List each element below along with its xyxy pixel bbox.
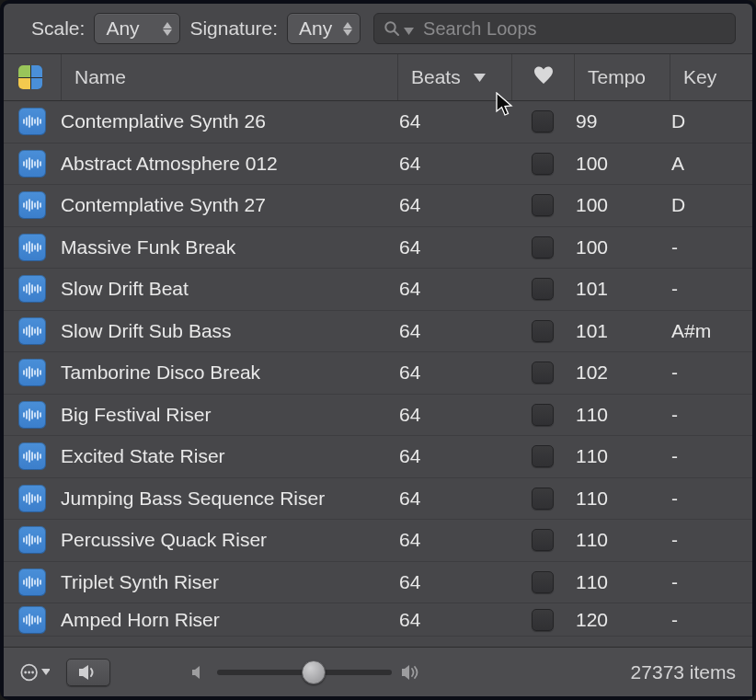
volume-slider[interactable] bbox=[217, 670, 392, 675]
loop-name: Amped Horn Riser bbox=[61, 609, 397, 631]
favorite-cell bbox=[511, 236, 574, 258]
loop-key: A bbox=[670, 153, 752, 175]
table-row[interactable]: Jumping Bass Sequence Riser64110- bbox=[4, 478, 752, 521]
column-header-type[interactable] bbox=[4, 54, 61, 100]
loop-tempo: 102 bbox=[574, 361, 670, 384]
favorite-cell bbox=[511, 153, 574, 175]
favorite-checkbox[interactable] bbox=[532, 320, 554, 342]
loop-key: - bbox=[670, 609, 752, 631]
favorite-checkbox[interactable] bbox=[532, 361, 554, 384]
table-row[interactable]: Tamborine Disco Break64102- bbox=[4, 352, 752, 395]
favorite-checkbox[interactable] bbox=[532, 278, 554, 300]
loop-key: - bbox=[670, 488, 752, 510]
favorite-checkbox[interactable] bbox=[532, 404, 554, 426]
loop-tempo: 100 bbox=[574, 236, 670, 258]
table-row[interactable]: Massive Funk Break64100- bbox=[4, 227, 752, 270]
loops-list[interactable]: Contemplative Synth 266499DAbstract Atmo… bbox=[4, 101, 752, 647]
favorite-checkbox[interactable] bbox=[532, 445, 554, 467]
favorite-cell bbox=[511, 529, 574, 551]
audio-loop-icon bbox=[18, 526, 46, 554]
loop-tempo: 100 bbox=[574, 194, 670, 216]
table-row[interactable]: Amped Horn Riser64120- bbox=[4, 603, 752, 637]
scale-dropdown[interactable]: Any bbox=[94, 13, 180, 44]
svg-marker-2 bbox=[343, 22, 352, 29]
svg-point-100 bbox=[24, 671, 27, 673]
column-header-favorite[interactable] bbox=[511, 54, 574, 100]
table-row[interactable]: Triplet Synth Riser64110- bbox=[4, 562, 752, 604]
volume-low-icon bbox=[191, 665, 208, 680]
column-header-tempo[interactable]: Tempo bbox=[574, 54, 670, 100]
table-row[interactable]: Percussive Quack Riser64110- bbox=[4, 520, 752, 562]
favorite-checkbox[interactable] bbox=[532, 609, 554, 631]
column-header-name[interactable]: Name bbox=[61, 54, 397, 100]
volume-knob[interactable] bbox=[302, 660, 326, 684]
favorite-checkbox[interactable] bbox=[532, 488, 554, 510]
svg-point-101 bbox=[28, 671, 30, 673]
svg-line-5 bbox=[395, 31, 399, 36]
svg-marker-1 bbox=[163, 29, 172, 36]
audio-loop-icon bbox=[18, 568, 46, 596]
loop-key: A#m bbox=[670, 320, 752, 342]
svg-marker-6 bbox=[404, 28, 414, 35]
loop-tempo: 101 bbox=[574, 278, 670, 300]
table-row[interactable]: Slow Drift Sub Bass64101A#m bbox=[4, 311, 752, 353]
loop-beats: 64 bbox=[397, 278, 511, 300]
loop-beats: 64 bbox=[397, 110, 511, 132]
loop-tempo: 110 bbox=[574, 488, 670, 510]
table-row[interactable]: Contemplative Synth 266499D bbox=[4, 101, 752, 143]
loop-name: Slow Drift Sub Bass bbox=[61, 320, 397, 342]
loop-beats: 64 bbox=[397, 194, 511, 216]
search-field[interactable] bbox=[373, 13, 736, 44]
loop-tempo: 110 bbox=[574, 445, 670, 467]
column-header: Name Beats Tempo Key bbox=[4, 53, 752, 101]
audio-loop-icon bbox=[18, 108, 46, 135]
favorite-checkbox[interactable] bbox=[532, 236, 554, 258]
preview-button[interactable] bbox=[66, 659, 110, 686]
loop-key: - bbox=[670, 361, 752, 384]
audio-loop-icon bbox=[18, 150, 46, 178]
search-menu-chevron-icon[interactable] bbox=[404, 17, 414, 40]
favorite-cell bbox=[511, 278, 574, 300]
audio-loop-icon bbox=[18, 485, 46, 512]
sort-descending-icon bbox=[474, 74, 486, 82]
table-row[interactable]: Abstract Atmosphere 01264100A bbox=[4, 143, 752, 186]
svg-marker-7 bbox=[474, 74, 486, 82]
loop-beats: 64 bbox=[397, 320, 511, 342]
favorite-checkbox[interactable] bbox=[532, 571, 554, 593]
loop-beats: 64 bbox=[397, 571, 511, 593]
loop-key: - bbox=[670, 571, 752, 593]
favorite-cell bbox=[511, 110, 574, 132]
svg-point-102 bbox=[31, 671, 34, 673]
audio-loop-icon bbox=[18, 606, 46, 634]
favorite-checkbox[interactable] bbox=[532, 529, 554, 551]
actions-menu-button[interactable] bbox=[20, 660, 50, 684]
loop-key: D bbox=[670, 194, 752, 216]
filter-bar: Scale: Any Signature: Any bbox=[4, 4, 752, 53]
column-header-beats[interactable]: Beats bbox=[397, 54, 511, 100]
loop-type-cell bbox=[18, 442, 61, 470]
svg-marker-103 bbox=[41, 669, 50, 675]
loop-browser-panel: Scale: Any Signature: Any bbox=[0, 0, 756, 700]
table-row[interactable]: Excited State Riser64110- bbox=[4, 436, 752, 478]
table-row[interactable]: Contemplative Synth 2764100D bbox=[4, 185, 752, 227]
favorite-checkbox[interactable] bbox=[532, 153, 554, 175]
loop-type-cell bbox=[18, 108, 61, 135]
favorite-cell bbox=[511, 320, 574, 342]
loop-name: Triplet Synth Riser bbox=[61, 571, 397, 593]
favorite-cell bbox=[511, 361, 574, 384]
favorite-cell bbox=[511, 571, 574, 593]
loop-name: Contemplative Synth 26 bbox=[61, 110, 397, 132]
loop-type-cell bbox=[18, 275, 61, 303]
loop-beats: 64 bbox=[397, 609, 511, 631]
audio-loop-icon bbox=[18, 442, 46, 470]
favorite-checkbox[interactable] bbox=[532, 194, 554, 216]
search-input[interactable] bbox=[423, 18, 726, 40]
table-row[interactable]: Big Festival Riser64110- bbox=[4, 395, 752, 437]
favorite-checkbox[interactable] bbox=[532, 110, 554, 132]
table-row[interactable]: Slow Drift Beat64101- bbox=[4, 269, 752, 311]
signature-label: Signature: bbox=[189, 17, 278, 40]
volume-high-icon bbox=[401, 664, 423, 681]
signature-dropdown[interactable]: Any bbox=[287, 13, 361, 44]
loop-type-cell bbox=[18, 485, 61, 512]
column-header-key[interactable]: Key bbox=[670, 54, 752, 100]
